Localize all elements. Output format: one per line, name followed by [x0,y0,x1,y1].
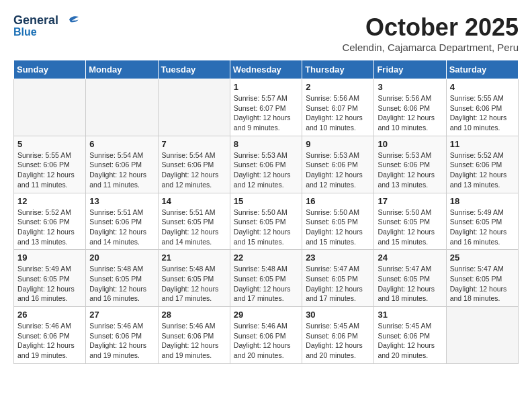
day-number: 14 [162,196,226,206]
col-sunday: Sunday [14,60,86,79]
col-thursday: Thursday [302,60,374,79]
day-number: 26 [17,310,82,320]
table-row: 11Sunrise: 5:52 AMSunset: 6:06 PMDayligh… [446,136,518,193]
day-info: Sunrise: 5:53 AMSunset: 6:06 PMDaylight:… [378,150,442,190]
day-number: 15 [234,196,298,206]
day-info: Sunrise: 5:54 AMSunset: 6:06 PMDaylight:… [89,150,154,190]
table-row [14,79,86,136]
day-info: Sunrise: 5:52 AMSunset: 6:06 PMDaylight:… [17,208,82,247]
day-number: 10 [378,139,442,149]
table-row: 5Sunrise: 5:55 AMSunset: 6:06 PMDaylight… [14,136,86,193]
day-info: Sunrise: 5:46 AMSunset: 6:06 PMDaylight:… [17,321,82,361]
day-info: Sunrise: 5:56 AMSunset: 6:07 PMDaylight:… [306,93,370,133]
day-number: 9 [306,139,370,149]
table-row: 6Sunrise: 5:54 AMSunset: 6:06 PMDaylight… [86,136,158,193]
day-number: 23 [306,253,370,263]
day-number: 4 [450,82,515,92]
day-number: 6 [89,139,154,149]
day-number: 5 [17,139,82,149]
table-row: 10Sunrise: 5:53 AMSunset: 6:06 PMDayligh… [374,136,446,193]
day-number: 30 [306,310,370,320]
table-row: 18Sunrise: 5:49 AMSunset: 6:05 PMDayligh… [446,193,518,250]
table-row: 22Sunrise: 5:48 AMSunset: 6:05 PMDayligh… [230,250,302,307]
day-number: 29 [234,310,298,320]
day-info: Sunrise: 5:50 AMSunset: 6:05 PMDaylight:… [306,208,370,247]
table-row: 19Sunrise: 5:49 AMSunset: 6:05 PMDayligh… [14,250,86,307]
logo-block: General Blue [13,13,79,38]
day-info: Sunrise: 5:46 AMSunset: 6:06 PMDaylight:… [89,321,154,361]
day-number: 31 [378,310,442,320]
col-wednesday: Wednesday [230,60,302,79]
logo-general-text: General [13,13,58,28]
day-info: Sunrise: 5:47 AMSunset: 6:05 PMDaylight:… [450,264,515,304]
logo-blue-text: Blue [13,26,37,38]
day-info: Sunrise: 5:52 AMSunset: 6:06 PMDaylight:… [450,150,515,190]
day-number: 16 [306,196,370,206]
day-number: 19 [17,253,82,263]
col-saturday: Saturday [446,60,518,79]
col-tuesday: Tuesday [158,60,230,79]
table-row [158,79,230,136]
table-row: 23Sunrise: 5:47 AMSunset: 6:05 PMDayligh… [302,250,374,307]
day-info: Sunrise: 5:57 AMSunset: 6:07 PMDaylight:… [234,93,298,133]
table-row: 13Sunrise: 5:51 AMSunset: 6:06 PMDayligh… [86,193,158,250]
day-number: 7 [162,139,226,149]
day-number: 13 [89,196,154,206]
day-info: Sunrise: 5:55 AMSunset: 6:06 PMDaylight:… [17,150,82,190]
table-row: 14Sunrise: 5:51 AMSunset: 6:05 PMDayligh… [158,193,230,250]
day-number: 1 [234,82,298,92]
day-info: Sunrise: 5:47 AMSunset: 6:05 PMDaylight:… [306,264,370,304]
logo: General Blue [13,13,79,38]
calendar-week-row: 19Sunrise: 5:49 AMSunset: 6:05 PMDayligh… [14,250,519,307]
day-number: 21 [162,253,226,263]
day-info: Sunrise: 5:50 AMSunset: 6:05 PMDaylight:… [378,208,442,247]
day-info: Sunrise: 5:48 AMSunset: 6:05 PMDaylight:… [162,264,226,304]
logo-bird-icon [60,14,79,28]
table-row: 30Sunrise: 5:45 AMSunset: 6:06 PMDayligh… [302,307,374,364]
calendar-header-row: Sunday Monday Tuesday Wednesday Thursday… [14,60,519,79]
calendar-week-row: 5Sunrise: 5:55 AMSunset: 6:06 PMDaylight… [14,136,519,193]
day-number: 22 [234,253,298,263]
day-info: Sunrise: 5:48 AMSunset: 6:05 PMDaylight:… [234,264,298,304]
calendar-week-row: 12Sunrise: 5:52 AMSunset: 6:06 PMDayligh… [14,193,519,250]
day-info: Sunrise: 5:51 AMSunset: 6:05 PMDaylight:… [162,208,226,247]
table-row [446,307,518,364]
day-info: Sunrise: 5:56 AMSunset: 6:06 PMDaylight:… [378,93,442,133]
table-row: 4Sunrise: 5:55 AMSunset: 6:06 PMDaylight… [446,79,518,136]
col-monday: Monday [86,60,158,79]
day-info: Sunrise: 5:49 AMSunset: 6:05 PMDaylight:… [17,264,82,304]
header: General Blue October 2025 Celendin, Caja… [13,13,519,53]
table-row: 17Sunrise: 5:50 AMSunset: 6:05 PMDayligh… [374,193,446,250]
title-area: October 2025 Celendin, Cajamarca Departm… [342,13,519,53]
day-info: Sunrise: 5:54 AMSunset: 6:06 PMDaylight:… [162,150,226,190]
day-number: 2 [306,82,370,92]
table-row: 7Sunrise: 5:54 AMSunset: 6:06 PMDaylight… [158,136,230,193]
table-row: 20Sunrise: 5:48 AMSunset: 6:05 PMDayligh… [86,250,158,307]
table-row: 2Sunrise: 5:56 AMSunset: 6:07 PMDaylight… [302,79,374,136]
calendar-week-row: 1Sunrise: 5:57 AMSunset: 6:07 PMDaylight… [14,79,519,136]
day-info: Sunrise: 5:45 AMSunset: 6:06 PMDaylight:… [306,321,370,361]
table-row: 25Sunrise: 5:47 AMSunset: 6:05 PMDayligh… [446,250,518,307]
day-info: Sunrise: 5:47 AMSunset: 6:05 PMDaylight:… [378,264,442,304]
month-title: October 2025 [342,13,519,42]
day-number: 3 [378,82,442,92]
day-info: Sunrise: 5:53 AMSunset: 6:06 PMDaylight:… [234,150,298,190]
day-number: 24 [378,253,442,263]
calendar-week-row: 26Sunrise: 5:46 AMSunset: 6:06 PMDayligh… [14,307,519,364]
day-number: 12 [17,196,82,206]
table-row: 15Sunrise: 5:50 AMSunset: 6:05 PMDayligh… [230,193,302,250]
day-info: Sunrise: 5:50 AMSunset: 6:05 PMDaylight:… [234,208,298,247]
table-row: 1Sunrise: 5:57 AMSunset: 6:07 PMDaylight… [230,79,302,136]
table-row: 12Sunrise: 5:52 AMSunset: 6:06 PMDayligh… [14,193,86,250]
table-row: 26Sunrise: 5:46 AMSunset: 6:06 PMDayligh… [14,307,86,364]
day-info: Sunrise: 5:46 AMSunset: 6:06 PMDaylight:… [234,321,298,361]
table-row: 24Sunrise: 5:47 AMSunset: 6:05 PMDayligh… [374,250,446,307]
table-row: 16Sunrise: 5:50 AMSunset: 6:05 PMDayligh… [302,193,374,250]
day-info: Sunrise: 5:48 AMSunset: 6:05 PMDaylight:… [89,264,154,304]
day-info: Sunrise: 5:49 AMSunset: 6:05 PMDaylight:… [450,208,515,247]
day-info: Sunrise: 5:46 AMSunset: 6:06 PMDaylight:… [162,321,226,361]
day-number: 18 [450,196,515,206]
day-info: Sunrise: 5:53 AMSunset: 6:06 PMDaylight:… [306,150,370,190]
location-subtitle: Celendin, Cajamarca Department, Peru [342,42,519,53]
col-friday: Friday [374,60,446,79]
